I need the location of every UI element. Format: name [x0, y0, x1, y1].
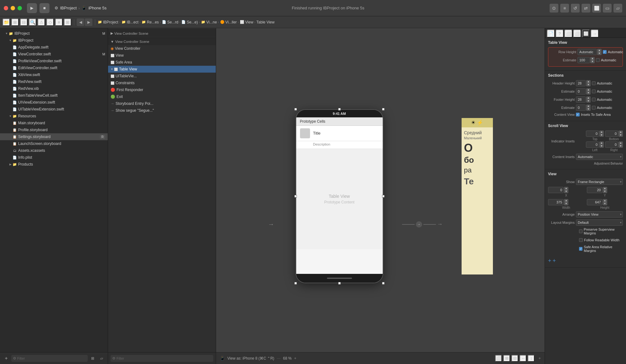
outline-item-segue[interactable]: → Show segue "Segue..." [108, 107, 216, 114]
x-input[interactable] [548, 187, 564, 193]
outline-item-exit[interactable]: 🟢 Exit [108, 93, 216, 100]
y-step-up[interactable]: ▲ [603, 187, 607, 190]
tab-attributes[interactable]: ⬜ [573, 29, 581, 38]
header-height-input[interactable] [576, 80, 586, 86]
canvas-icon-3[interactable]: ⊟ [511, 355, 518, 362]
w-step-up[interactable]: ▲ [564, 199, 568, 202]
sidebar-item-products[interactable]: ▶ 📁 Products [0, 161, 108, 168]
outline-item-firstresponder[interactable]: 🔴 First Responder [108, 86, 216, 93]
indicator-left-input[interactable] [586, 141, 599, 148]
outline-item-constraints[interactable]: ⬜ Constraints [108, 79, 216, 86]
sidebar-item-profile-storyboard[interactable]: 📋 Profile.storyboard [0, 126, 108, 133]
bc-item-table-view[interactable]: Table View [256, 20, 275, 24]
remove-file-btn[interactable]: ⊟ [20, 18, 28, 26]
sidebar-item-editvc[interactable]: 📄 EditViewController.swift [0, 64, 108, 71]
canvas-icon-5[interactable]: ↕ [528, 355, 535, 362]
bc-item-project[interactable]: 📁 IBProject [98, 20, 118, 24]
he-step-down[interactable]: ▼ [586, 91, 591, 95]
bc-item-5[interactable]: 📄 Se...e) [181, 20, 198, 24]
outline-item-safearea[interactable]: ⬜ Safe Area [108, 59, 216, 66]
hh-step-up[interactable]: ▲ [586, 80, 591, 83]
layout-margins-dropdown[interactable]: Default [576, 219, 623, 226]
x-step-up[interactable]: ▲ [564, 187, 568, 190]
fh-step-up[interactable]: ▲ [586, 96, 591, 100]
height-input[interactable] [587, 199, 603, 205]
canvas-area[interactable]: → 9:41 AM [216, 28, 545, 364]
panel1-button[interactable]: ⬜ [592, 4, 601, 13]
sidebar-options-button[interactable]: ⊞ [89, 355, 96, 362]
footer-estimate-input[interactable] [576, 105, 586, 111]
sidebar-item-ibproject-root[interactable]: ▼ 📁 IBProject M [0, 30, 108, 37]
ir-step-down[interactable]: ▼ [618, 145, 623, 148]
sidebar-item-ibproject[interactable]: ▼ 📁 IBProject [0, 37, 108, 44]
indicator-right-input[interactable] [605, 141, 618, 148]
sidebar-item-settings-storyboard[interactable]: 📋 Settings.storyboard R [0, 133, 108, 140]
outline-item-uitableview[interactable]: ⬜ UITableVie... [108, 73, 216, 79]
header-estimate-input[interactable] [576, 88, 586, 95]
sidebar-more-button[interactable]: ▱ [98, 355, 105, 362]
safe-area-checkbox[interactable]: ✓ Safe Area Relative Margins [579, 245, 623, 253]
ib-step-up[interactable]: ▲ [618, 131, 623, 134]
outline-item-tableview[interactable]: ▼ ⬜ Table View [108, 66, 216, 73]
il-step-down[interactable]: ▼ [599, 145, 604, 148]
arrange-dropdown[interactable]: Position View [576, 211, 623, 218]
x-step-down[interactable]: ▼ [564, 190, 568, 193]
canvas-icon-2[interactable]: ⊞ [503, 355, 510, 362]
forward-nav-button[interactable]: ▶ [85, 18, 92, 26]
outline-item-vc[interactable]: ◉ View Controller [108, 45, 216, 52]
sidebar-item-resources[interactable]: ▼ 📁 Resources [0, 113, 108, 120]
swap-button[interactable]: ⇄ [582, 4, 590, 13]
row-height-input[interactable] [577, 49, 597, 55]
sidebar-item-assets[interactable]: 🗂 Assets.xcassets [0, 147, 108, 154]
panel3-button[interactable]: ▱ [613, 4, 622, 13]
he-step-up[interactable]: ▲ [586, 88, 591, 91]
ib-step-down[interactable]: ▼ [618, 134, 623, 137]
estimate-step-down[interactable]: ▼ [590, 60, 595, 63]
outline-item-storyboard-entry[interactable]: → Storyboard Entry Poi... [108, 100, 216, 107]
header-height-checkbox[interactable]: Automatic [592, 81, 612, 85]
indicator-bottom-input[interactable] [605, 131, 618, 137]
footer-estimate-checkbox[interactable]: Automatic [592, 106, 612, 110]
fe-step-up[interactable]: ▲ [586, 105, 591, 108]
scheme-name[interactable]: iPhone 5s [88, 6, 106, 10]
close-button[interactable] [4, 6, 8, 10]
content-insets-dropdown[interactable]: Automatic [576, 154, 623, 160]
h-step-down[interactable]: ▼ [603, 202, 607, 205]
warning-btn[interactable]: ⚠ [38, 18, 45, 26]
outline-filter-label[interactable]: Filter [116, 356, 124, 360]
sidebar-toggle[interactable]: 📁 [3, 18, 10, 26]
sidebar-item-uitableext[interactable]: 📄 UITableViewExtension.swift [0, 106, 108, 113]
panel2-button[interactable]: ▭ [603, 4, 612, 13]
stop-button[interactable]: ■ [39, 3, 49, 13]
add-zoom-icon[interactable]: + [294, 356, 296, 361]
canvas-icon-4[interactable]: ↔ [520, 355, 526, 362]
fh-step-down[interactable]: ▼ [586, 100, 591, 103]
add-item-button[interactable]: + [553, 257, 556, 265]
y-step-down[interactable]: ▼ [603, 190, 607, 193]
show-dropdown[interactable]: Frame Rectangle [576, 179, 623, 185]
hh-step-down[interactable]: ▼ [586, 83, 591, 86]
sidebar-item-xibview[interactable]: 📄 XibView.swift [0, 71, 108, 78]
add-constraint-button[interactable]: + [548, 257, 551, 265]
preserve-checkbox[interactable]: Preserve Superview Margins [579, 228, 623, 235]
sidebar-item-itemcell[interactable]: 📄 ItemTableViewCell.swift [0, 92, 108, 99]
it-step-down[interactable]: ▼ [599, 134, 604, 137]
layout-button[interactable]: ≡ [560, 4, 569, 13]
bc-item-3[interactable]: 📁 Re...es [142, 20, 159, 24]
fullscreen-button[interactable] [18, 6, 22, 10]
grid-btn[interactable]: ⊞ [64, 18, 71, 26]
sidebar-item-uiviewext[interactable]: 📄 UIViewExtension.swift [0, 99, 108, 106]
outline-item-view[interactable]: ⬜ View [108, 52, 216, 59]
add-file-btn[interactable]: ⊞ [11, 18, 19, 26]
add-file-button[interactable]: + [3, 355, 10, 362]
fe-step-down[interactable]: ▼ [586, 108, 591, 111]
bc-item-6[interactable]: 📁 Vi...ne [201, 20, 217, 24]
follow-checkbox[interactable]: Follow Readable Width [579, 238, 619, 242]
bc-item-4[interactable]: 📄 Se...rd [162, 20, 178, 24]
tab-size[interactable]: ⬜ [582, 29, 590, 38]
minimize-button[interactable] [11, 6, 15, 10]
tab-file[interactable]: 📄 [547, 29, 555, 38]
back-nav-button[interactable]: ◀ [77, 18, 84, 26]
tab-quick-help[interactable]: ? [556, 29, 564, 38]
ir-step-up[interactable]: ▲ [618, 141, 623, 145]
